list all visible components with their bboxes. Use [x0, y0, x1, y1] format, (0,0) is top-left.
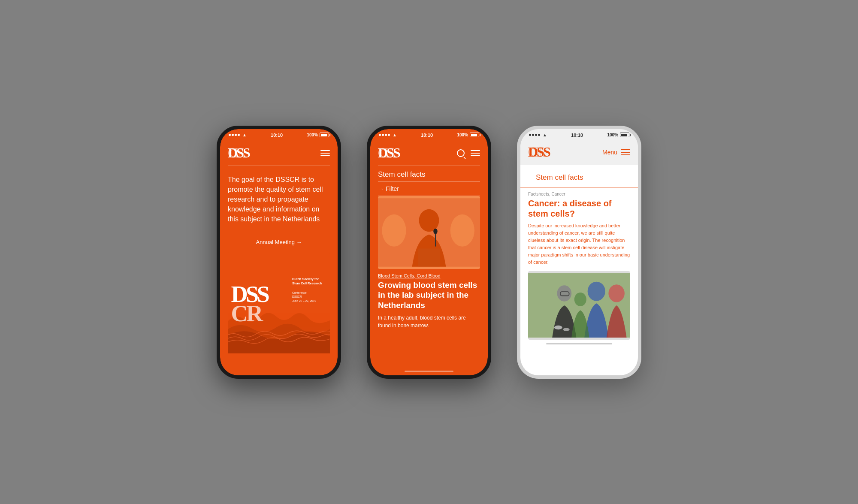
- signal-dot: [232, 134, 234, 136]
- annual-meeting-link[interactable]: Annual Meeting →: [220, 231, 338, 251]
- signal-dot: [238, 134, 240, 136]
- signal-dot: [388, 134, 390, 136]
- battery-icon-1: [320, 133, 329, 137]
- phone-3: ▲ 10:10 100% D: [517, 126, 641, 379]
- poster-svg: DSS CR Dutch Society for Stem Cell Resea…: [228, 251, 330, 375]
- battery-percent-2: 100%: [457, 133, 468, 137]
- hamburger-menu-3[interactable]: [621, 149, 630, 155]
- signal-dot: [385, 134, 387, 136]
- phones-container: ▲ 10:10 100% D: [217, 126, 641, 379]
- conference-photo-svg: [528, 271, 630, 340]
- article-image-2: [378, 196, 480, 269]
- screen-orange-1: DSS CR The goal of the DSSCR is to promo…: [220, 139, 338, 375]
- hamburger-line: [320, 155, 330, 156]
- signal-dots-3: ▲: [529, 133, 547, 137]
- article-title-2: Growing blood stem cells in the lab subj…: [370, 280, 488, 314]
- time-display-1: 10:10: [271, 133, 283, 138]
- screen-orange-2: DSS CR: [370, 139, 488, 375]
- svg-rect-17: [418, 248, 440, 266]
- scroll-indicator-3: [546, 343, 612, 344]
- menu-label-3: Menu: [602, 149, 617, 156]
- logo-svg-2: DSS CR: [378, 145, 404, 160]
- article-category-2: Blood Stem Cells, Cord Blood: [370, 269, 488, 280]
- signal-dot: [235, 134, 237, 136]
- battery-area-2: 100%: [457, 133, 479, 137]
- wifi-icon: ▲: [242, 133, 247, 137]
- hamburger-menu-2[interactable]: [471, 150, 480, 156]
- signal-dot: [535, 134, 537, 136]
- hamburger-line: [621, 149, 630, 150]
- svg-point-28: [574, 293, 586, 306]
- phone-2-screen: ▲ 10:10 100% D: [370, 129, 488, 375]
- svg-text:Stem Cell Research: Stem Cell Research: [292, 281, 322, 285]
- wifi-icon: ▲: [543, 133, 547, 137]
- hero-text-1: The goal of the DSSCR is to promote the …: [220, 166, 338, 231]
- hamburger-line: [621, 152, 630, 153]
- time-display-3: 10:10: [571, 133, 583, 138]
- svg-point-14: [419, 209, 439, 231]
- battery-area-3: 100%: [607, 133, 629, 137]
- logo-svg-1: DSS CR: [228, 145, 254, 160]
- hamburger-line: [320, 150, 330, 151]
- hamburger-line: [471, 153, 480, 154]
- svg-text:CR: CR: [228, 145, 247, 160]
- signal-dot: [529, 134, 531, 136]
- svg-point-18: [382, 214, 406, 246]
- wifi-icon: ▲: [393, 133, 397, 137]
- conference-photo-3: [528, 271, 630, 340]
- nav-bar-2: DSS CR: [370, 139, 488, 166]
- signal-dots-1: ▲: [229, 133, 247, 137]
- phone-3-screen: ▲ 10:10 100% D: [520, 129, 638, 375]
- svg-text:DSSCR: DSSCR: [292, 296, 302, 299]
- logo-3: DSS CR: [528, 144, 554, 161]
- signal-dot: [532, 134, 534, 136]
- battery-fill-2: [471, 134, 477, 136]
- hamburger-line: [320, 153, 330, 154]
- cancer-excerpt-3: Despite our increased knowledge and bett…: [520, 222, 638, 271]
- screen-white-3: DSS CR Menu: [520, 139, 638, 375]
- svg-text:CR: CR: [378, 145, 397, 160]
- nav-bar-3: DSS CR Menu: [520, 139, 638, 165]
- page-title-3: Stem cell facts: [528, 169, 630, 184]
- svg-rect-15: [435, 232, 436, 247]
- filter-text: → Filter: [378, 185, 399, 192]
- signal-dot: [538, 134, 540, 136]
- cancer-title-3: Cancer: a disease of stem cells?: [520, 197, 638, 222]
- battery-percent-3: 100%: [607, 133, 618, 137]
- battery-icon-3: [620, 133, 629, 137]
- hamburger-menu-1[interactable]: [320, 150, 330, 156]
- battery-fill-1: [321, 134, 327, 136]
- factsheets-label-3: Factsheets, Cancer: [520, 187, 638, 197]
- time-display-2: 10:10: [421, 133, 433, 138]
- scroll-indicator-2: [405, 371, 453, 372]
- status-bar-3: ▲ 10:10 100%: [520, 129, 638, 139]
- svg-point-19: [450, 214, 474, 246]
- article-excerpt-2: In a healthy adult, blood stem cells are…: [370, 314, 488, 329]
- hamburger-line: [621, 154, 630, 155]
- search-icon-2[interactable]: [457, 149, 465, 157]
- hamburger-line: [471, 155, 480, 156]
- phone-2: ▲ 10:10 100% D: [367, 126, 491, 379]
- battery-area-1: 100%: [307, 133, 329, 137]
- signal-dot: [229, 134, 231, 136]
- svg-point-27: [608, 284, 624, 302]
- svg-text:CR: CR: [528, 144, 547, 159]
- logo-2: DSS CR: [378, 145, 404, 162]
- speaker-image: [378, 196, 480, 269]
- hamburger-line: [471, 150, 480, 151]
- svg-point-29: [554, 326, 562, 329]
- svg-point-16: [433, 228, 437, 234]
- svg-text:Conference: Conference: [292, 291, 307, 294]
- svg-text:CR: CR: [231, 301, 263, 326]
- signal-dot: [379, 134, 381, 136]
- filter-row[interactable]: → Filter: [370, 182, 488, 196]
- logo-1: DSS CR: [228, 145, 254, 162]
- page-title-2: Stem cell facts: [370, 166, 488, 181]
- phone-1: ▲ 10:10 100% D: [217, 126, 341, 379]
- phone-1-screen: ▲ 10:10 100% D: [220, 129, 338, 375]
- svg-point-26: [588, 281, 605, 301]
- svg-point-30: [563, 328, 570, 331]
- signal-dot: [382, 134, 384, 136]
- conference-poster: DSS CR Dutch Society for Stem Cell Resea…: [228, 251, 330, 375]
- status-bar-1: ▲ 10:10 100%: [220, 129, 338, 139]
